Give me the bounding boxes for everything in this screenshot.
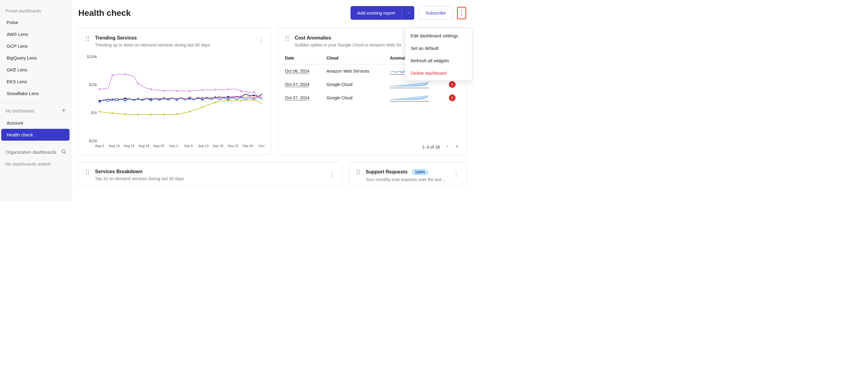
- svg-rect-32: [176, 90, 178, 92]
- add-dashboard-icon[interactable]: [61, 108, 66, 114]
- main: Health check Add existing report Subscri…: [71, 0, 473, 201]
- svg-text:Sep 8: Sep 8: [184, 144, 193, 148]
- svg-point-4: [86, 36, 87, 37]
- svg-rect-88: [227, 100, 229, 102]
- breakdown-options-button[interactable]: [329, 169, 335, 177]
- svg-rect-34: [202, 89, 203, 91]
- svg-rect-86: [202, 106, 203, 108]
- svg-rect-27: [112, 75, 113, 76]
- add-existing-report-button[interactable]: Add existing report: [350, 6, 402, 20]
- svg-text:$100: $100: [89, 139, 97, 143]
- svg-point-5: [88, 36, 89, 37]
- svg-rect-78: [99, 111, 100, 112]
- add-report-dropdown-button[interactable]: [402, 6, 414, 20]
- svg-rect-83: [163, 114, 164, 115]
- dashboard-options-button[interactable]: [457, 7, 466, 19]
- drag-handle-icon[interactable]: [85, 35, 90, 41]
- support-badge: 100%: [412, 169, 428, 175]
- svg-point-94: [288, 38, 289, 39]
- svg-rect-67: [124, 100, 126, 102]
- svg-rect-80: [124, 113, 126, 115]
- services-breakdown-card: Services Breakdown Top 10 on-demand serv…: [78, 162, 342, 186]
- svg-point-97: [86, 170, 87, 171]
- svg-text:Sep 23: Sep 23: [228, 144, 238, 148]
- svg-text:Sep 28: Sep 28: [242, 144, 253, 148]
- svg-point-9: [88, 40, 89, 41]
- menu-refresh-all[interactable]: Refresh all widgets: [405, 54, 472, 67]
- svg-rect-74: [215, 96, 216, 98]
- support-title-text: Support Requests: [366, 169, 408, 174]
- svg-rect-38: [253, 91, 255, 93]
- my-dashboards-header: My dashboards: [0, 102, 71, 117]
- menu-set-default[interactable]: Set as default: [405, 42, 472, 54]
- breakdown-subtitle: Top 10 on-demand services during last 30…: [95, 176, 324, 181]
- drag-handle-icon[interactable]: [356, 169, 360, 175]
- svg-point-92: [288, 36, 289, 37]
- sidebar-item-gcp-lens[interactable]: GCP Lens: [1, 40, 69, 52]
- svg-rect-68: [137, 98, 139, 100]
- svg-rect-73: [202, 100, 203, 101]
- drag-handle-icon[interactable]: [285, 35, 289, 41]
- menu-delete-dashboard[interactable]: Delete dashboard: [405, 67, 472, 79]
- svg-rect-79: [112, 112, 113, 114]
- cards-row-2: Services Breakdown Top 10 on-demand serv…: [78, 162, 466, 186]
- pager-next-button[interactable]: [455, 144, 459, 149]
- anomaly-cloud: Amazon Web Services: [327, 64, 390, 78]
- svg-point-103: [356, 170, 358, 171]
- trending-chart: $100k$10k$1k$100Aug 9Aug 14Aug 19Aug 24A…: [79, 52, 271, 155]
- sidebar-item-bigquery-lens[interactable]: BigQuery Lens: [1, 52, 69, 64]
- svg-point-6: [86, 38, 87, 39]
- svg-rect-49: [227, 96, 229, 97]
- org-dashboards-label: Organization dashboards: [5, 149, 57, 154]
- svg-text:Sep 13: Sep 13: [198, 144, 209, 148]
- subscribe-button[interactable]: Subscribe: [418, 6, 453, 20]
- header-actions: Add existing report Subscribe: [350, 6, 466, 20]
- sidebar-item-aws-lens[interactable]: AWS Lens: [1, 28, 69, 40]
- svg-rect-30: [150, 88, 152, 90]
- sidebar-item-gke-lens[interactable]: GKE Lens: [1, 64, 69, 76]
- sidebar-item-snowflake-lens[interactable]: Snowflake Lens: [1, 87, 69, 100]
- trending-subtitle: Trending up or down on-demand services d…: [95, 43, 253, 48]
- svg-point-106: [359, 172, 360, 173]
- sidebar-item-pulse[interactable]: Pulse: [1, 17, 69, 28]
- svg-rect-70: [163, 97, 164, 99]
- svg-rect-28: [124, 74, 126, 75]
- svg-point-107: [356, 174, 358, 175]
- anomalies-pager: 1–3 of 18: [278, 139, 466, 155]
- drag-handle-icon[interactable]: [85, 169, 90, 175]
- svg-text:Aug 24: Aug 24: [139, 144, 149, 148]
- sidebar-item-health-check[interactable]: Health check: [1, 129, 69, 141]
- search-icon[interactable]: [61, 149, 66, 155]
- svg-point-100: [88, 172, 89, 173]
- anomaly-date[interactable]: Oct 08, 2024: [285, 69, 309, 74]
- org-dashboards-header: Organization dashboards: [0, 143, 71, 158]
- svg-text:Sep 18: Sep 18: [213, 144, 223, 148]
- anomaly-cloud: Google Cloud: [327, 78, 390, 91]
- svg-text:Aug 9: Aug 9: [95, 144, 104, 148]
- preset-section-title: Preset dashboards: [0, 3, 71, 17]
- anomaly-sparkline: [390, 91, 448, 105]
- sidebar-item-account[interactable]: Account: [1, 117, 69, 129]
- sidebar: Preset dashboards PulseAWS LensGCP LensB…: [0, 0, 71, 201]
- svg-text:Aug 14: Aug 14: [109, 144, 120, 148]
- svg-point-93: [286, 38, 286, 39]
- svg-line-3: [65, 152, 66, 153]
- svg-text:Oct 3: Oct 3: [258, 144, 266, 148]
- support-options-button[interactable]: [453, 169, 459, 177]
- svg-point-101: [86, 174, 87, 175]
- anomaly-date[interactable]: Oct 07, 2024: [285, 82, 309, 87]
- pager-prev-button[interactable]: [445, 144, 450, 149]
- svg-point-102: [88, 174, 89, 175]
- trending-options-button[interactable]: [258, 35, 265, 44]
- menu-edit-settings[interactable]: Edit dashboard settings: [405, 29, 472, 42]
- svg-rect-65: [99, 101, 100, 103]
- svg-rect-35: [215, 89, 216, 90]
- svg-rect-66: [112, 99, 113, 100]
- trending-services-card: Trending Services Trending up or down on…: [78, 28, 271, 155]
- svg-rect-37: [240, 90, 242, 92]
- anomaly-date[interactable]: Oct 07, 2024: [285, 95, 309, 100]
- svg-point-95: [286, 40, 286, 41]
- support-subtitle: Your monthly total requests over the las…: [366, 177, 448, 182]
- page-title: Health check: [78, 8, 131, 18]
- sidebar-item-eks-lens[interactable]: EKS Lens: [1, 76, 69, 87]
